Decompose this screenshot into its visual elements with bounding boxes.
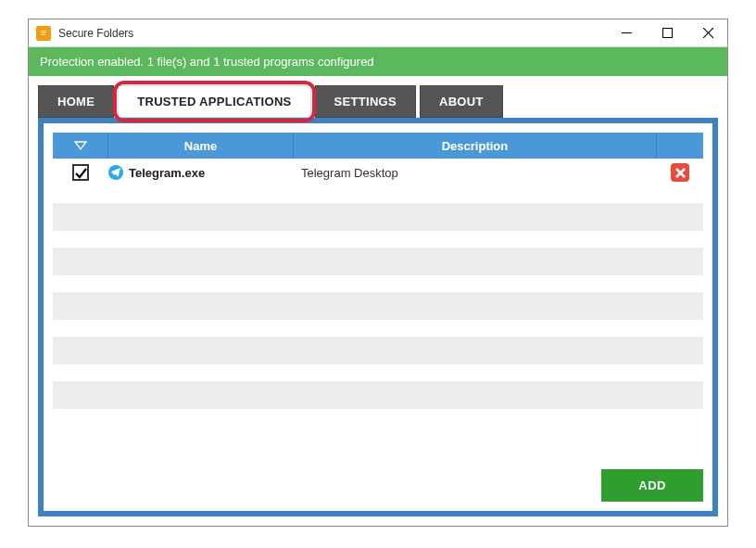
- empty-row: [53, 203, 703, 231]
- titlebar: Secure Folders: [29, 19, 727, 47]
- window-controls: [614, 21, 720, 45]
- row-description: Telegram Desktop: [294, 166, 657, 180]
- row-checkbox[interactable]: [72, 164, 89, 181]
- status-bar: Protection enabled. 1 file(s) and 1 trus…: [29, 47, 727, 76]
- svg-marker-4: [75, 142, 86, 149]
- svg-marker-5: [111, 168, 120, 177]
- telegram-icon: [108, 165, 123, 180]
- tab-trusted-applications[interactable]: TRUSTED APPLICATIONS: [118, 85, 310, 118]
- empty-row: [53, 292, 703, 320]
- window-title: Secure Folders: [58, 27, 614, 40]
- svg-rect-1: [662, 29, 672, 38]
- footer: ADD: [53, 464, 703, 502]
- column-sort[interactable]: [53, 133, 108, 159]
- close-button[interactable]: [696, 21, 720, 45]
- add-button[interactable]: ADD: [601, 469, 703, 502]
- table-body: Telegram.exe Telegram Desktop: [53, 159, 703, 464]
- tabs-row: HOME TRUSTED APPLICATIONS SETTINGS ABOUT: [29, 76, 727, 118]
- column-name[interactable]: Name: [108, 133, 294, 159]
- tab-settings[interactable]: SETTINGS: [315, 85, 416, 118]
- empty-row: [53, 248, 703, 275]
- table-header: Name Description: [53, 133, 703, 159]
- maximize-button[interactable]: [655, 21, 679, 45]
- app-window: Secure Folders Protection enabled. 1 fil…: [28, 19, 728, 527]
- row-name: Telegram.exe: [129, 166, 205, 180]
- column-description[interactable]: Description: [294, 133, 657, 159]
- delete-button[interactable]: [671, 163, 689, 182]
- empty-row: [53, 381, 703, 409]
- table-row[interactable]: Telegram.exe Telegram Desktop: [53, 159, 703, 186]
- minimize-button[interactable]: [614, 21, 638, 45]
- status-text: Protection enabled. 1 file(s) and 1 trus…: [40, 55, 374, 69]
- empty-row: [53, 337, 703, 364]
- column-action: [657, 133, 703, 159]
- app-icon: [36, 26, 51, 41]
- tab-home[interactable]: HOME: [38, 85, 114, 118]
- tab-about[interactable]: ABOUT: [420, 85, 503, 118]
- content-panel: Name Description Telegram.exe Telegram D…: [38, 118, 718, 516]
